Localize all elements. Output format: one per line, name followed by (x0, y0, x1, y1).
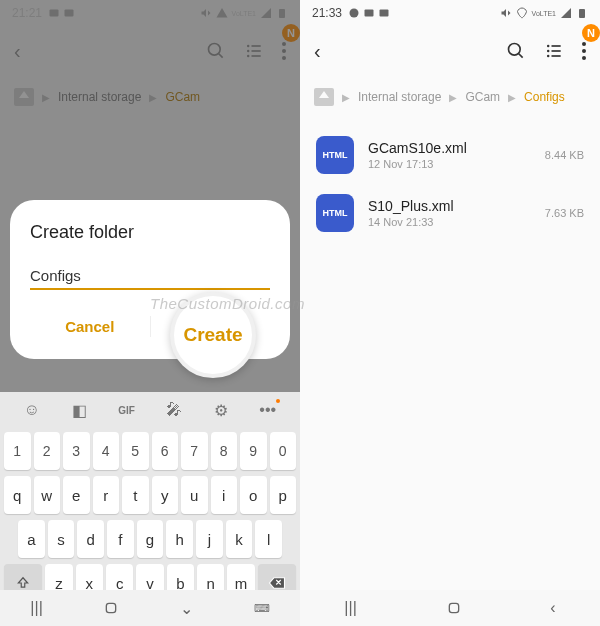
key-u[interactable]: u (181, 476, 208, 514)
gif-icon[interactable]: GIF (118, 405, 135, 416)
notification-badge: N (582, 24, 600, 42)
file-name: GCamS10e.xml (368, 140, 531, 156)
more-keyboard-icon[interactable]: ••• (259, 401, 276, 419)
mic-icon[interactable]: 🎤︎ (166, 401, 182, 419)
crumb-item[interactable]: GCam (465, 90, 500, 104)
back-nav-icon[interactable]: ‹ (550, 599, 555, 617)
nav-bar: ||| ‹ (300, 590, 600, 626)
svg-rect-16 (365, 10, 374, 17)
svg-point-19 (509, 44, 521, 56)
chevron-right-icon: ▶ (508, 92, 516, 103)
key-l[interactable]: l (255, 520, 282, 558)
svg-point-23 (547, 50, 550, 53)
svg-point-27 (582, 42, 586, 46)
keyboard-toolbar: ☺ ◧ GIF 🎤︎ ⚙ ••• (0, 392, 300, 428)
crumb-current[interactable]: Configs (524, 90, 565, 104)
key-d[interactable]: d (77, 520, 104, 558)
file-row[interactable]: HTML GCamS10e.xml 12 Nov 17:13 8.44 KB (300, 126, 600, 184)
html-file-icon: HTML (316, 194, 354, 232)
folder-name-input[interactable] (30, 263, 270, 290)
sticker-icon[interactable]: ◧ (72, 401, 87, 420)
status-right-icons: VoLTE1 (500, 7, 588, 19)
svg-point-29 (582, 56, 586, 60)
search-icon[interactable] (506, 41, 526, 61)
svg-point-28 (582, 49, 586, 53)
toolbar: ‹ N (300, 26, 600, 76)
key-1[interactable]: 1 (4, 432, 31, 470)
key-s[interactable]: s (48, 520, 75, 558)
key-y[interactable]: y (152, 476, 179, 514)
recents-icon[interactable]: ||| (30, 599, 42, 617)
keyboard-switch-icon[interactable]: ⌨ (254, 602, 270, 615)
key-t[interactable]: t (122, 476, 149, 514)
svg-line-20 (519, 54, 523, 58)
keyboard-down-icon[interactable]: ⌄ (180, 599, 193, 618)
watermark: TheCustomDroid.com (150, 295, 305, 312)
key-6[interactable]: 6 (152, 432, 179, 470)
key-a[interactable]: a (18, 520, 45, 558)
home-nav-icon[interactable] (446, 600, 462, 616)
key-i[interactable]: i (211, 476, 238, 514)
svg-point-15 (350, 9, 359, 18)
file-row[interactable]: HTML S10_Plus.xml 14 Nov 21:33 7.63 KB (300, 184, 600, 242)
key-h[interactable]: h (166, 520, 193, 558)
status-bar: 21:33 VoLTE1 (300, 0, 600, 26)
chevron-right-icon: ▶ (449, 92, 457, 103)
key-o[interactable]: o (240, 476, 267, 514)
key-q[interactable]: q (4, 476, 31, 514)
status-left-icons (348, 7, 390, 19)
list-view-icon[interactable] (544, 41, 564, 61)
svg-point-25 (547, 55, 550, 58)
more-icon[interactable]: N (582, 42, 586, 60)
key-e[interactable]: e (63, 476, 90, 514)
svg-rect-14 (107, 603, 116, 612)
key-w[interactable]: w (34, 476, 61, 514)
nav-bar: ||| ⌄ ⌨ (0, 590, 300, 626)
key-j[interactable]: j (196, 520, 223, 558)
chevron-right-icon: ▶ (342, 92, 350, 103)
key-9[interactable]: 9 (240, 432, 267, 470)
file-size: 7.63 KB (545, 207, 584, 219)
file-list: HTML GCamS10e.xml 12 Nov 17:13 8.44 KB H… (300, 118, 600, 250)
svg-rect-17 (380, 10, 389, 17)
svg-rect-26 (552, 55, 561, 57)
settings-icon[interactable]: ⚙ (214, 401, 228, 420)
screen-left: 21:21 VoLTE1 ‹ N ▶ Internal storage ▶ GC… (0, 0, 300, 626)
key-7[interactable]: 7 (181, 432, 208, 470)
key-r[interactable]: r (93, 476, 120, 514)
recents-icon[interactable]: ||| (344, 599, 356, 617)
svg-rect-18 (579, 9, 585, 18)
status-time: 21:33 (312, 6, 342, 20)
key-3[interactable]: 3 (63, 432, 90, 470)
key-8[interactable]: 8 (211, 432, 238, 470)
home-nav-icon[interactable] (103, 600, 119, 616)
file-date: 14 Nov 21:33 (368, 216, 531, 228)
crumb-item[interactable]: Internal storage (358, 90, 441, 104)
key-g[interactable]: g (137, 520, 164, 558)
svg-point-21 (547, 45, 550, 48)
dialog-title: Create folder (30, 222, 270, 243)
key-p[interactable]: p (270, 476, 297, 514)
key-4[interactable]: 4 (93, 432, 120, 470)
keyboard-area: ☺ ◧ GIF 🎤︎ ⚙ ••• 1234567890 qwertyuiop a… (0, 392, 300, 626)
key-f[interactable]: f (107, 520, 134, 558)
svg-rect-30 (449, 603, 458, 612)
file-name: S10_Plus.xml (368, 198, 531, 214)
emoji-icon[interactable]: ☺ (24, 401, 40, 419)
key-0[interactable]: 0 (270, 432, 297, 470)
home-icon[interactable] (314, 88, 334, 106)
screen-right: 21:33 VoLTE1 ‹ N ▶ Internal storage ▶ GC… (300, 0, 600, 626)
svg-rect-24 (552, 50, 561, 52)
key-5[interactable]: 5 (122, 432, 149, 470)
back-button[interactable]: ‹ (314, 40, 321, 63)
svg-rect-22 (552, 45, 561, 47)
key-k[interactable]: k (226, 520, 253, 558)
key-2[interactable]: 2 (34, 432, 61, 470)
file-size: 8.44 KB (545, 149, 584, 161)
cancel-button[interactable]: Cancel (30, 308, 150, 345)
breadcrumb: ▶ Internal storage ▶ GCam ▶ Configs (300, 76, 600, 118)
file-date: 12 Nov 17:13 (368, 158, 531, 170)
html-file-icon: HTML (316, 136, 354, 174)
